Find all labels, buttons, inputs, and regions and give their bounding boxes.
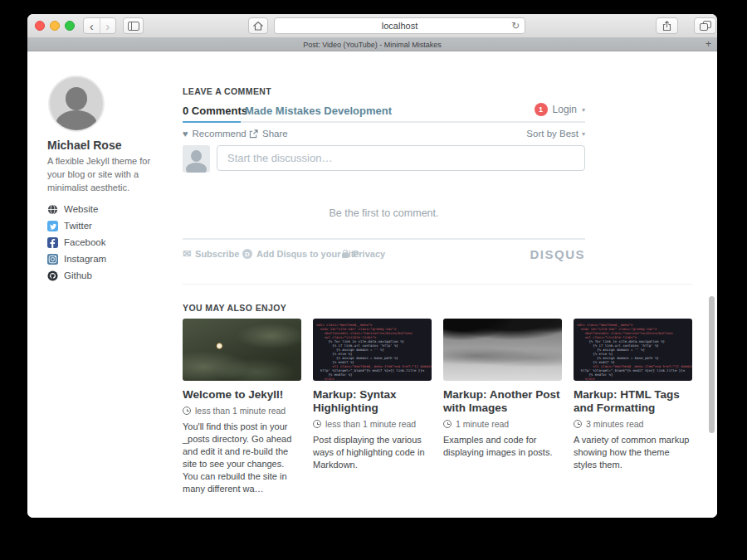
tab-bar: Post: Video (YouTube) - Minimal Mistakes… [27, 38, 717, 51]
related-posts: Welcome to Jekyll! less than 1 minute re… [183, 319, 692, 495]
page-content: Michael Rose A flexible Jekyll theme for… [27, 51, 717, 518]
browser-window: ‹ › localhost ↻ Post: Video (YouTube) - … [27, 14, 717, 518]
forward-icon: › [105, 20, 110, 32]
share-box-icon [249, 129, 258, 139]
lock-icon [342, 253, 349, 258]
privacy-link[interactable]: Privacy [342, 249, 385, 259]
login-menu[interactable]: 1 Login ▾ [535, 103, 585, 116]
empty-thread-message: Be the first to comment. [183, 207, 585, 219]
subscribe-label: Subscribe [195, 249, 239, 259]
history-nav-group: ‹ › [83, 17, 116, 34]
reload-icon[interactable]: ↻ [511, 19, 520, 33]
share-label: Share [262, 129, 288, 139]
read-time: 3 minutes read [574, 419, 692, 429]
sidebar-link-facebook[interactable]: Facebook [47, 234, 106, 251]
close-window-button[interactable] [35, 21, 45, 31]
clock-icon [574, 420, 582, 428]
envelope-icon: ✉ [183, 249, 191, 259]
chevron-down-icon: ▾ [582, 106, 585, 114]
post-title-link[interactable]: Markup: HTML Tags and Formatting [574, 388, 692, 415]
tab-comment-count[interactable]: 0 Comments [183, 105, 247, 117]
facebook-icon [47, 237, 58, 248]
sort-by-dropdown[interactable]: Sort by Best ▾ [526, 129, 585, 139]
sidebar-link-instagram[interactable]: Instagram [47, 251, 106, 267]
read-time: less than 1 minute read [313, 419, 432, 429]
disqus-logo[interactable]: DISQUS [530, 247, 585, 261]
active-tab-underline [183, 121, 241, 123]
commenter-avatar [183, 145, 210, 173]
post-title-link[interactable]: Markup: Another Post with Images [443, 388, 562, 415]
sidebar-toggle-button[interactable] [123, 17, 144, 34]
zoom-window-button[interactable] [65, 21, 75, 31]
sidebar-link-github[interactable]: Github [47, 267, 106, 284]
related-post-card: Welcome to Jekyll! less than 1 minute re… [183, 319, 301, 495]
sidebar-link-label: Website [64, 204, 98, 214]
instagram-icon [47, 254, 58, 265]
home-button[interactable] [248, 17, 268, 34]
privacy-label: Privacy [353, 249, 385, 259]
disqus-action-row: ♥ Recommend Share Sort by Best ▾ [183, 129, 585, 140]
leave-a-comment-heading: LEAVE A COMMENT [183, 86, 271, 96]
heart-icon: ♥ [183, 129, 188, 139]
sidebar-link-label: Twitter [64, 221, 92, 231]
post-title-link[interactable]: Welcome to Jekyll! [183, 388, 301, 402]
post-excerpt: A variety of common markup showing how t… [574, 434, 692, 471]
post-excerpt: You'll find this post in your _posts dir… [183, 421, 301, 495]
chevron-down-icon: ▾ [582, 130, 585, 138]
share-button[interactable] [656, 17, 678, 34]
github-icon [47, 270, 58, 281]
sidebar-icon [128, 22, 139, 31]
post-title-link[interactable]: Markup: Syntax Highlighting [313, 388, 432, 415]
back-icon: ‹ [90, 20, 94, 32]
address-bar-url: localhost [382, 21, 417, 31]
post-thumbnail-code[interactable]: <div class="masthead__menu"> <nav id="si… [574, 319, 692, 381]
subscribe-link[interactable]: ✉ Subscribe [183, 249, 239, 259]
read-time: less than 1 minute read [183, 406, 301, 416]
sidebar-link-website[interactable]: Website [47, 201, 106, 217]
scrollbar-thumb[interactable] [709, 296, 715, 433]
related-post-card: <div class="masthead__menu"> <nav id="si… [313, 319, 432, 495]
post-excerpt: Examples and code for displaying images … [443, 434, 562, 459]
recommend-label: Recommend [193, 129, 247, 139]
minimize-window-button[interactable] [50, 21, 60, 31]
back-button[interactable]: ‹ [84, 18, 100, 33]
notification-badge: 1 [535, 103, 548, 116]
twitter-icon [47, 221, 58, 231]
author-links: Website Twitter Facebook Instagram Githu… [47, 201, 106, 284]
post-thumbnail-foggy-trees[interactable] [443, 319, 562, 381]
post-thumbnail-code[interactable]: <div class="masthead__menu"> <nav id="si… [313, 319, 432, 381]
related-post-card: Markup: Another Post with Images 1 minut… [443, 319, 562, 495]
address-bar[interactable]: localhost ↻ [274, 17, 525, 34]
divider [183, 238, 585, 240]
disqus-tabs: 0 Comments Made Mistakes Development 1 L… [183, 103, 585, 121]
sidebar-link-label: Instagram [64, 254, 106, 264]
clock-icon [313, 420, 321, 428]
browser-toolbar: ‹ › localhost ↻ [27, 14, 717, 38]
divider [183, 121, 585, 123]
globe-icon [47, 204, 58, 215]
clock-icon [183, 407, 191, 415]
read-time: 1 minute read [443, 419, 562, 429]
tab-community-link[interactable]: Made Mistakes Development [245, 105, 392, 117]
share-thread-button[interactable]: Share [249, 129, 288, 139]
sidebar-link-twitter[interactable]: Twitter [47, 217, 106, 234]
you-may-also-enjoy-heading: YOU MAY ALSO ENJOY [183, 303, 286, 313]
sidebar-link-label: Github [64, 270, 92, 280]
home-icon [252, 21, 264, 32]
related-post-card: <div class="masthead__menu"> <nav id="si… [574, 319, 692, 495]
author-avatar [48, 75, 105, 132]
sidebar-link-label: Facebook [64, 237, 106, 247]
post-thumbnail-moss-droplet[interactable] [183, 319, 301, 381]
forward-button[interactable]: › [100, 18, 116, 33]
author-bio: A flexible Jekyll theme for your blog or… [47, 155, 159, 195]
tab-overview-button[interactable] [694, 17, 716, 34]
avatar-silhouette [66, 87, 87, 110]
recommend-button[interactable]: ♥ Recommend [183, 129, 247, 139]
active-tab[interactable]: Post: Video (YouTube) - Minimal Mistakes [303, 41, 442, 49]
new-tab-button[interactable]: + [706, 38, 711, 50]
author-name: Michael Rose [47, 139, 121, 152]
sort-label: Sort by Best [526, 129, 579, 139]
comment-input[interactable] [217, 145, 585, 171]
divider [183, 284, 693, 285]
post-excerpt: Post displaying the various ways of high… [313, 434, 432, 471]
